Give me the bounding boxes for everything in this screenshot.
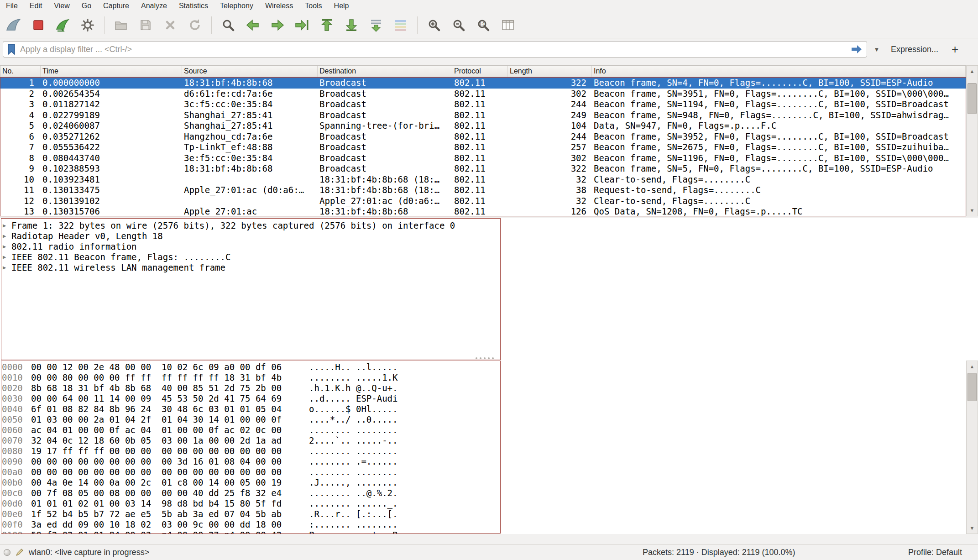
- menu-edit[interactable]: Edit: [24, 0, 48, 12]
- packet-row-2[interactable]: 20.002654354d6:61:fe:cd:7a:6eBroadcast80…: [0, 89, 966, 99]
- cell-info: Beacon frame, SN=1196, FN=0, Flags=.....…: [592, 153, 966, 164]
- cell-destination: 18:31:bf:4b:8b:68: [318, 206, 452, 216]
- expert-info-icon[interactable]: [4, 549, 10, 556]
- arrow-bottom-icon: [344, 18, 359, 32]
- packet-row-11[interactable]: 110.130133475Apple_27:01:ac (d0:a6:…18:3…: [0, 185, 966, 196]
- column-header-source[interactable]: Source: [182, 66, 318, 77]
- apply-filter-icon[interactable]: [850, 44, 863, 55]
- menu-telephony[interactable]: Telephony: [214, 0, 259, 12]
- column-header-no[interactable]: No.: [0, 66, 41, 77]
- scroll-down-icon[interactable]: ▼: [967, 205, 978, 216]
- packet-row-12[interactable]: 120.130139102Apple_27:01:ac (d0:a6:…802.…: [0, 196, 966, 207]
- column-header-length[interactable]: Length: [508, 66, 592, 77]
- packet-row-3[interactable]: 30.0118271423c:f5:cc:0e:35:84Broadcast80…: [0, 99, 966, 110]
- zoom-out-button[interactable]: [447, 14, 471, 36]
- go-forward-button[interactable]: [266, 14, 289, 36]
- detail-line[interactable]: ▶Radiotap Header v0, Length 18: [0, 230, 978, 241]
- find-packet-button[interactable]: [216, 14, 240, 36]
- menu-statistics[interactable]: Statistics: [173, 0, 214, 12]
- column-header-destination[interactable]: Destination: [318, 66, 452, 77]
- hex-row-0060[interactable]: 0060ac 04 01 00 00 0f ac 04 01 00 00 0f …: [0, 425, 978, 435]
- bytes-scrollbar[interactable]: ▲ ▼: [966, 361, 978, 534]
- hex-row-00e0[interactable]: 00e01f 52 b4 b5 b7 72 ae e5 5b ab 3a ed …: [0, 509, 978, 519]
- packet-row-6[interactable]: 60.035271262Hangzhou_cd:7a:6eBroadcast80…: [0, 131, 966, 142]
- go-back-button[interactable]: [241, 14, 265, 36]
- menu-view[interactable]: View: [48, 0, 75, 12]
- menu-file[interactable]: File: [0, 0, 24, 12]
- capture-comment-icon[interactable]: [15, 548, 24, 557]
- filter-dropdown-button[interactable]: ▼: [870, 41, 884, 58]
- packet-row-9[interactable]: 90.10238859318:31:bf:4b:8b:68Broadcast80…: [0, 163, 966, 174]
- colorize-packets-button[interactable]: [389, 14, 413, 36]
- hex-row-0000[interactable]: 000000 00 12 00 2e 48 00 00 10 02 6c 09 …: [0, 362, 978, 372]
- expander-icon[interactable]: ▶: [3, 243, 8, 250]
- menu-capture[interactable]: Capture: [97, 0, 135, 12]
- filter-bookmark-icon[interactable]: [7, 43, 16, 55]
- packet-row-4[interactable]: 40.022799189Shanghai_27:85:41Broadcast80…: [0, 110, 966, 121]
- hex-row-00c0[interactable]: 00c000 7f 08 05 00 08 00 00 00 00 40 dd …: [0, 488, 978, 498]
- packet-row-7[interactable]: 70.055536422Tp-LinkT_ef:48:88Broadcast80…: [0, 142, 966, 153]
- menu-tools[interactable]: Tools: [299, 0, 328, 12]
- menu-help[interactable]: Help: [328, 0, 355, 12]
- splitter-handle[interactable]: [476, 356, 501, 360]
- hex-bytes: ac 04 01 00 00 0f ac 04 01 00 00 0f ac 0…: [27, 425, 285, 435]
- expander-icon[interactable]: ▶: [3, 222, 8, 229]
- column-header-protocol[interactable]: Protocol: [452, 66, 508, 77]
- detail-line[interactable]: ▶IEEE 802.11 Beacon frame, Flags: ......…: [0, 251, 978, 262]
- hex-bytes: 1f 52 b4 b5 b7 72 ae e5 5b ab 3a ed 07 0…: [27, 509, 285, 519]
- column-header-info[interactable]: Info: [592, 66, 966, 77]
- hex-row-00a0[interactable]: 00a000 00 00 00 00 00 00 00 00 00 00 00 …: [0, 467, 978, 477]
- menu-analyze[interactable]: Analyze: [135, 0, 173, 12]
- restart-capture-button[interactable]: [51, 14, 75, 36]
- detail-line[interactable]: ▶IEEE 802.11 wireless LAN management fra…: [0, 262, 978, 272]
- resize-columns-button[interactable]: [496, 14, 520, 36]
- packet-list-scrollbar[interactable]: ▲ ▼: [966, 65, 978, 216]
- column-header-time[interactable]: Time: [41, 66, 182, 77]
- display-filter-input[interactable]: Apply a display filter ... <Ctrl-/>: [3, 41, 867, 58]
- hex-row-0010[interactable]: 001000 00 80 00 00 00 ff ff ff ff ff ff …: [0, 372, 978, 383]
- hex-row-0070[interactable]: 007032 04 0c 12 18 60 0b 05 03 00 1a 00 …: [0, 435, 978, 446]
- hex-row-0030[interactable]: 003000 00 64 00 11 14 00 09 45 53 50 2d …: [0, 393, 978, 404]
- hex-row-0050[interactable]: 005001 03 00 00 2a 01 04 2f 01 04 30 14 …: [0, 414, 978, 425]
- capture-options-button[interactable]: [76, 14, 99, 36]
- scroll-up-icon[interactable]: ▲: [967, 66, 978, 77]
- scrollbar-thumb[interactable]: [968, 83, 977, 114]
- hex-row-0040[interactable]: 00406f 01 08 82 84 8b 96 24 30 48 6c 03 …: [0, 404, 978, 414]
- cell-info: Beacon frame, SN=2675, FN=0, Flags=.....…: [592, 142, 966, 153]
- cell-info: Clear-to-send, Flags=........C: [592, 196, 966, 207]
- go-to-top-button[interactable]: [315, 14, 339, 36]
- packet-row-5[interactable]: 50.024060087Shanghai_27:85:41Spanning-tr…: [0, 120, 966, 131]
- go-to-bottom-button[interactable]: [340, 14, 363, 36]
- hex-row-0020[interactable]: 00208b 68 18 31 bf 4b 8b 68 40 00 85 51 …: [0, 383, 978, 393]
- status-bar: wlan0: <live capture in progress> Packet…: [0, 544, 978, 560]
- hex-row-00d0[interactable]: 00d001 01 01 02 01 00 03 14 98 d8 bd b4 …: [0, 498, 978, 509]
- go-to-packet-button[interactable]: [290, 14, 314, 36]
- auto-scroll-button[interactable]: [364, 14, 388, 36]
- packet-row-8[interactable]: 80.0804437403e:f5:cc:0e:35:84Broadcast80…: [0, 153, 966, 164]
- zoom-reset-button[interactable]: 1:1: [471, 14, 495, 36]
- packet-row-1[interactable]: 10.00000000018:31:bf:4b:8b:68Broadcast80…: [0, 78, 966, 89]
- menu-wireless[interactable]: Wireless: [259, 0, 299, 12]
- hex-row-0080[interactable]: 008019 17 ff ff ff 00 00 00 00 00 00 00 …: [0, 446, 978, 456]
- menu-go[interactable]: Go: [76, 0, 97, 12]
- detail-line[interactable]: ▶Frame 1: 322 bytes on wire (2576 bits),…: [0, 220, 978, 230]
- expander-icon[interactable]: ▶: [3, 264, 8, 271]
- expander-icon[interactable]: ▶: [3, 254, 8, 260]
- expression-button[interactable]: Expression...: [886, 45, 943, 54]
- scrollbar-thumb[interactable]: [968, 373, 977, 401]
- add-filter-button[interactable]: +: [946, 42, 964, 57]
- hex-row-0090[interactable]: 009000 00 00 00 00 00 00 00 00 3d 16 01 …: [0, 456, 978, 467]
- packet-row-13[interactable]: 130.130315706Apple_27:01:ac18:31:bf:4b:8…: [0, 206, 966, 216]
- scroll-up-icon[interactable]: ▲: [967, 361, 978, 372]
- hex-row-00b0[interactable]: 00b000 4a 0e 14 00 0a 00 2c 01 c8 00 14 …: [0, 477, 978, 488]
- hex-ascii: ........ ......_.: [285, 498, 397, 509]
- packet-row-10[interactable]: 100.10392348118:31:bf:4b:8b:68 (18:…802.…: [0, 174, 966, 185]
- stop-capture-button[interactable]: [26, 14, 50, 36]
- zoom-in-button[interactable]: [422, 14, 446, 36]
- hex-row-00f0[interactable]: 00f03a ed dd 09 00 10 18 02 03 00 9c 00 …: [0, 519, 978, 530]
- hex-row-0100[interactable]: 010050 f2 02 01 01 84 00 03 a4 00 00 27 …: [0, 530, 978, 534]
- detail-line[interactable]: ▶802.11 radio information: [0, 241, 978, 251]
- profile-text[interactable]: Profile: Default: [908, 548, 962, 557]
- expander-icon[interactable]: ▶: [3, 233, 8, 239]
- scroll-down-icon[interactable]: ▼: [967, 523, 978, 534]
